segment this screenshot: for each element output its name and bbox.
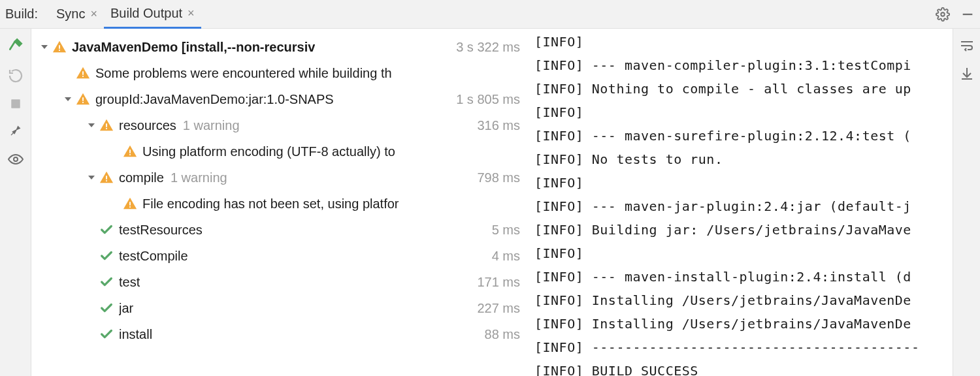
- tree-time: 4 ms: [487, 249, 520, 264]
- svg-rect-2: [11, 99, 20, 108]
- close-icon[interactable]: ×: [188, 7, 195, 20]
- tree-row[interactable]: compile1 warning798 ms: [31, 164, 525, 191]
- eye-icon[interactable]: [8, 151, 24, 167]
- hammer-icon[interactable]: [7, 37, 24, 54]
- tree-row[interactable]: testResources5 ms: [31, 217, 525, 243]
- console-line: [INFO] --- maven-jar-plugin:2.4:jar (def…: [534, 195, 953, 218]
- svg-rect-14: [106, 176, 107, 180]
- console-line: [INFO] --- maven-install-plugin:2.4:inst…: [534, 265, 953, 289]
- svg-rect-10: [106, 123, 107, 127]
- tab-sync[interactable]: Sync ×: [50, 0, 104, 29]
- tab-label: Sync: [56, 7, 85, 22]
- tree-time: 798 ms: [472, 170, 520, 185]
- success-icon: [98, 301, 115, 315]
- svg-rect-17: [129, 206, 131, 208]
- svg-rect-12: [129, 149, 131, 153]
- tree-time: 171 ms: [472, 275, 520, 290]
- console-line: [INFO]: [534, 171, 953, 195]
- console-line: [INFO]: [534, 30, 953, 54]
- svg-rect-4: [59, 45, 60, 49]
- console-line: [INFO] Nothing to compile - all classes …: [534, 77, 953, 101]
- tree-label: testCompile: [119, 249, 188, 264]
- tree-label: JavaMavenDemo [install,--non-recursiv: [72, 40, 315, 55]
- console-line: [INFO] --- maven-surefire-plugin:2.12.4:…: [534, 124, 953, 148]
- tree-time: 3 s 322 ms: [451, 40, 520, 55]
- console-line: [INFO] BUILD SUCCESS: [534, 359, 953, 376]
- tree-row[interactable]: test171 ms: [31, 269, 525, 295]
- tree-row[interactable]: Using platform encoding (UTF-8 actually)…: [31, 138, 525, 164]
- tree-row[interactable]: groupId:JavaMavenDemo:jar:1.0-SNAPS1 s 8…: [31, 86, 525, 112]
- main: JavaMavenDemo [install,--non-recursiv3 s…: [0, 29, 980, 376]
- minimize-icon[interactable]: [960, 7, 975, 22]
- console-line: [INFO] Building jar: /Users/jetbrains/Ja…: [534, 218, 953, 242]
- warning-icon: [122, 144, 139, 159]
- warning-icon: [51, 40, 68, 54]
- svg-rect-11: [106, 128, 107, 129]
- tree-label: File encoding has not been set, using pl…: [142, 196, 399, 212]
- build-tree[interactable]: JavaMavenDemo [install,--non-recursiv3 s…: [31, 29, 525, 376]
- tab-label: Build Output: [110, 6, 182, 21]
- tree-label: groupId:JavaMavenDemo:jar:1.0-SNAPS: [95, 92, 334, 107]
- svg-point-0: [941, 12, 945, 16]
- tree-label: install: [119, 327, 152, 342]
- tree-time: 88 ms: [480, 327, 520, 342]
- console-line: [INFO] ---------------------------------…: [534, 336, 953, 359]
- chevron-down-icon[interactable]: [85, 174, 98, 181]
- chevron-down-icon[interactable]: [38, 43, 51, 51]
- tree-row[interactable]: install88 ms: [31, 321, 525, 347]
- tree-label: resources: [119, 118, 176, 133]
- svg-rect-5: [59, 50, 60, 51]
- success-icon: [98, 327, 115, 341]
- tree-note: 1 warning: [171, 170, 227, 185]
- tree-note: 1 warning: [183, 118, 240, 133]
- close-icon[interactable]: ×: [91, 7, 98, 21]
- restart-icon[interactable]: [8, 68, 24, 84]
- tree-row[interactable]: testCompile4 ms: [31, 243, 525, 269]
- svg-rect-15: [106, 180, 107, 181]
- svg-rect-8: [82, 97, 84, 101]
- warning-icon: [98, 170, 115, 185]
- success-icon: [98, 249, 115, 263]
- console-line: [INFO]: [534, 242, 953, 265]
- stop-icon[interactable]: [10, 98, 22, 110]
- pin-icon[interactable]: [9, 124, 22, 137]
- svg-rect-7: [82, 76, 84, 77]
- chevron-down-icon[interactable]: [85, 121, 98, 129]
- tree-label: Using platform encoding (UTF-8 actually)…: [142, 144, 395, 159]
- right-toolbar: [953, 29, 980, 376]
- left-toolbar: [0, 29, 31, 376]
- console-line: [INFO]: [534, 101, 953, 124]
- tab-build-output[interactable]: Build Output ×: [104, 0, 201, 29]
- tree-row[interactable]: File encoding has not been set, using pl…: [31, 191, 525, 217]
- soft-wrap-icon[interactable]: [959, 38, 975, 54]
- svg-point-3: [14, 157, 18, 161]
- warning-icon: [122, 196, 139, 211]
- tree-row[interactable]: JavaMavenDemo [install,--non-recursiv3 s…: [31, 34, 525, 60]
- tree-label: Some problems were encountered while bui…: [95, 66, 392, 81]
- svg-rect-13: [129, 154, 131, 155]
- console-output[interactable]: [INFO][INFO] --- maven-compiler-plugin:3…: [525, 29, 953, 376]
- tree-label: testResources: [119, 223, 203, 238]
- console-line: [INFO] --- maven-compiler-plugin:3.1:tes…: [534, 54, 953, 77]
- tree-row[interactable]: jar227 ms: [31, 295, 525, 321]
- tree-time: 316 ms: [472, 118, 520, 133]
- tree-time: 227 ms: [472, 301, 520, 316]
- panel-title: Build:: [5, 7, 38, 22]
- console-line: [INFO] No tests to run.: [534, 148, 953, 171]
- tree-time: 1 s 805 ms: [451, 92, 520, 107]
- warning-icon: [98, 118, 115, 133]
- tree-row[interactable]: resources1 warning316 ms: [31, 112, 525, 138]
- warning-icon: [74, 92, 91, 106]
- warning-icon: [74, 66, 91, 80]
- success-icon: [98, 223, 115, 237]
- tree-row[interactable]: Some problems were encountered while bui…: [31, 60, 525, 86]
- tree-time: 5 ms: [487, 223, 520, 238]
- gear-icon[interactable]: [936, 7, 950, 22]
- success-icon: [98, 275, 115, 289]
- svg-rect-16: [129, 202, 131, 206]
- tree-label: jar: [119, 301, 133, 316]
- scroll-to-end-icon[interactable]: [959, 65, 975, 81]
- chevron-down-icon[interactable]: [61, 95, 74, 103]
- tree-label: compile: [119, 170, 164, 185]
- header: Build: Sync × Build Output ×: [0, 0, 980, 29]
